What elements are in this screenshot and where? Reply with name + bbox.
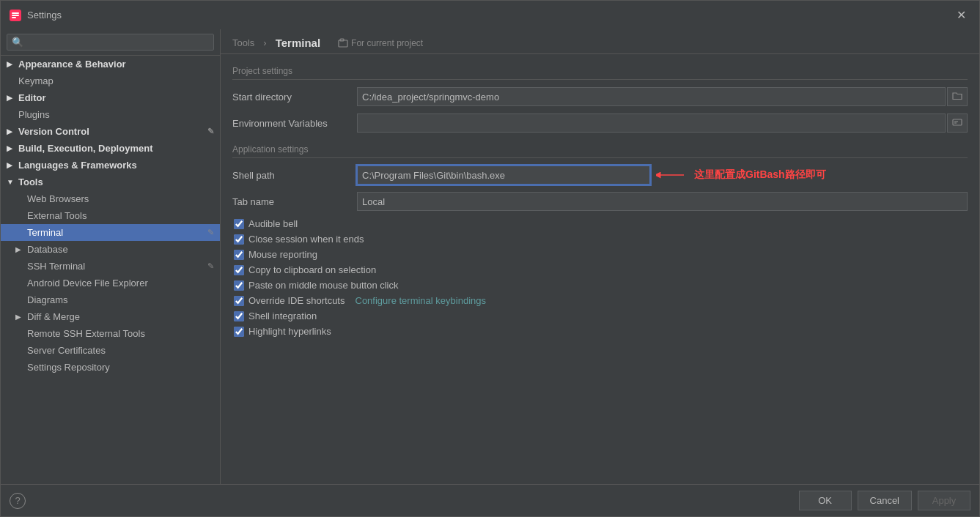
cancel-button[interactable]: Cancel <box>858 491 912 510</box>
sidebar-item-database[interactable]: ▶ Database <box>1 241 220 258</box>
sidebar-item-label: Web Browsers <box>27 193 89 204</box>
main-scroll: Project settings Start directory Environ… <box>221 54 979 484</box>
paste-middle-label: Paste on middle mouse button click <box>248 280 399 291</box>
sidebar-item-version-control[interactable]: ▶ Version Control ✎ <box>1 123 220 140</box>
shell-path-input[interactable] <box>357 165 650 185</box>
bottom-right: OK Cancel Apply <box>799 491 970 510</box>
bottom-left: ? <box>10 493 26 509</box>
project-settings-label: Project settings <box>232 66 968 80</box>
sidebar-item-label: Appearance & Behavior <box>18 59 126 70</box>
apply-button[interactable]: Apply <box>918 491 970 510</box>
sidebar-item-server-certs[interactable]: Server Certificates <box>1 342 220 359</box>
sidebar-item-label: Server Certificates <box>27 345 106 356</box>
checkbox-highlight-hyperlinks: Highlight hyperlinks <box>234 326 968 337</box>
override-shortcuts-checkbox[interactable] <box>234 296 244 306</box>
highlight-hyperlinks-checkbox[interactable] <box>234 327 244 337</box>
close-session-label: Close session when it ends <box>248 234 364 245</box>
app-icon <box>10 10 21 21</box>
close-session-checkbox[interactable] <box>234 234 244 245</box>
breadcrumb-separator: › <box>263 37 266 48</box>
copy-clipboard-checkbox[interactable] <box>234 265 244 275</box>
sidebar-item-settings-repo[interactable]: Settings Repository <box>1 359 220 376</box>
sidebar-item-ssh-terminal[interactable]: SSH Terminal ✎ <box>1 258 220 275</box>
audible-bell-label: Audible bell <box>248 218 298 229</box>
tab-name-label: Tab name <box>232 196 357 207</box>
arrow-icon: ▶ <box>7 127 14 135</box>
breadcrumb-current: Terminal <box>276 37 320 49</box>
title-bar: Settings ✕ <box>1 1 979 29</box>
sidebar-item-terminal[interactable]: Terminal ✎ <box>1 224 220 241</box>
sidebar-item-appearance[interactable]: ▶ Appearance & Behavior <box>1 56 220 72</box>
svg-rect-6 <box>953 119 962 125</box>
configure-keybindings-link[interactable]: Configure terminal keybindings <box>355 295 486 306</box>
arrow-icon: ▶ <box>7 144 14 152</box>
sidebar-item-label: External Tools <box>27 210 86 221</box>
env-variables-input[interactable] <box>357 114 946 133</box>
highlight-hyperlinks-label: Highlight hyperlinks <box>248 326 331 337</box>
sidebar-item-diagrams[interactable]: Diagrams <box>1 291 220 308</box>
ok-button[interactable]: OK <box>799 491 852 510</box>
env-variables-browse-btn[interactable] <box>947 114 968 133</box>
env-variables-label: Environment Variables <box>232 118 357 129</box>
shell-path-field <box>357 165 650 185</box>
env-variables-row: Environment Variables <box>232 114 968 133</box>
edit-icon: ✎ <box>207 261 214 271</box>
sidebar-item-label: Tools <box>18 176 43 187</box>
sidebar-item-label: Remote SSH External Tools <box>27 328 145 339</box>
start-directory-label: Start directory <box>232 92 357 103</box>
bottom-bar: ? OK Cancel Apply <box>1 484 979 516</box>
help-button[interactable]: ? <box>10 493 26 509</box>
checkbox-audible-bell: Audible bell <box>234 218 968 229</box>
mouse-reporting-label: Mouse reporting <box>248 249 317 260</box>
settings-dialog: Settings ✕ ▶ Appearance & Behavior Keyma… <box>0 0 980 517</box>
sidebar-item-remote-ssh[interactable]: Remote SSH External Tools <box>1 325 220 342</box>
sidebar-item-diff-merge[interactable]: ▶ Diff & Merge <box>1 308 220 325</box>
start-directory-input[interactable] <box>357 87 946 106</box>
shell-integration-checkbox[interactable] <box>234 311 244 321</box>
arrow-icon: ▶ <box>7 161 14 169</box>
sidebar-item-label: Languages & Frameworks <box>18 160 137 171</box>
sidebar-item-label: Build, Execution, Deployment <box>18 143 152 154</box>
audible-bell-checkbox[interactable] <box>234 219 244 229</box>
sidebar-item-web-browsers[interactable]: Web Browsers <box>1 190 220 207</box>
mouse-reporting-checkbox[interactable] <box>234 250 244 260</box>
sidebar-item-languages[interactable]: ▶ Languages & Frameworks <box>1 157 220 174</box>
arrow-icon: ▶ <box>7 60 14 68</box>
sidebar-item-editor[interactable]: ▶ Editor <box>1 89 220 106</box>
start-directory-browse-btn[interactable] <box>947 87 968 106</box>
for-project-label: For current project <box>351 38 423 48</box>
sidebar-item-label: Version Control <box>18 126 89 137</box>
override-shortcuts-label: Override IDE shortcuts <box>248 295 345 306</box>
sidebar-item-label: SSH Terminal <box>27 261 85 272</box>
env-variables-field <box>357 114 968 133</box>
close-button[interactable]: ✕ <box>952 7 970 23</box>
sidebar-item-label: Settings Repository <box>27 362 110 373</box>
window-title: Settings <box>27 10 62 21</box>
main-header: Tools › Terminal For current project <box>221 29 979 54</box>
sidebar-item-label: Database <box>27 244 68 255</box>
dialog-body: ▶ Appearance & Behavior Keymap ▶ Editor … <box>1 29 979 484</box>
sidebar-item-external-tools[interactable]: External Tools <box>1 207 220 224</box>
main-content: Tools › Terminal For current project Pro… <box>221 29 979 484</box>
checkbox-override-shortcuts: Override IDE shortcuts Configure termina… <box>234 295 968 306</box>
tab-name-input[interactable] <box>357 192 968 211</box>
sidebar-item-keymap[interactable]: Keymap <box>1 72 220 89</box>
arrow-icon: ▶ <box>15 245 23 253</box>
for-project: For current project <box>338 38 423 48</box>
checkbox-shell-integration: Shell integration <box>234 310 968 321</box>
sidebar-item-build[interactable]: ▶ Build, Execution, Deployment <box>1 140 220 157</box>
checkbox-paste-middle: Paste on middle mouse button click <box>234 280 968 291</box>
shell-path-annotation: 这里配置成GitBash路径即可 <box>694 168 826 182</box>
sidebar-item-label: Editor <box>18 92 46 103</box>
sidebar-item-plugins[interactable]: Plugins <box>1 106 220 123</box>
search-input[interactable] <box>7 34 214 51</box>
title-bar-left: Settings <box>10 10 62 21</box>
sidebar-item-tools[interactable]: ▼ Tools <box>1 174 220 190</box>
sidebar-item-label: Diagrams <box>27 294 68 305</box>
folder-icon <box>952 92 962 100</box>
paste-middle-checkbox[interactable] <box>234 280 244 291</box>
search-box <box>1 29 220 56</box>
annotation-arrow <box>656 168 685 182</box>
start-directory-row: Start directory <box>232 87 968 106</box>
sidebar-item-android-device[interactable]: Android Device File Explorer <box>1 275 220 291</box>
